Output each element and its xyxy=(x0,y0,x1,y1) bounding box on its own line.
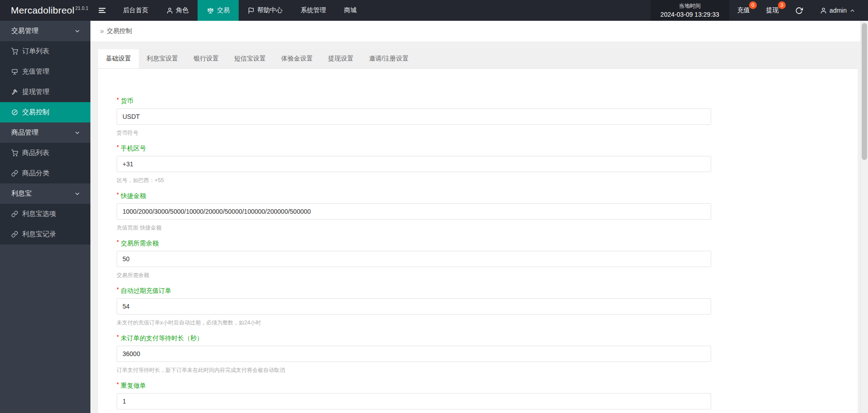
sidebar: 交易管理 订单列表 充值管理 提现管理 交 xyxy=(0,21,90,413)
sidebar-item-withdraw-mgmt-label: 提现管理 xyxy=(22,88,49,96)
auto-expire-order-input[interactable] xyxy=(117,298,711,314)
nav-item-roles-label: 角色 xyxy=(176,6,189,14)
phone-code-label: 手机区号 xyxy=(121,145,146,153)
sidebar-group-goods[interactable]: 商品管理 xyxy=(0,122,90,143)
nav-item-mall-label: 商城 xyxy=(344,6,357,14)
chevron-down-icon xyxy=(74,130,80,136)
field-label: * 货币 xyxy=(117,97,858,106)
sidebar-item-goods-category[interactable]: 商品分类 xyxy=(0,163,90,183)
settings-card: 基础设置 利息宝设置 银行设置 短信宝设置 体验金设置 提现设置 邀请/注册设置… xyxy=(98,49,858,413)
breadcrumb: » 交易控制 xyxy=(90,21,860,42)
currency-help: 货币符号 xyxy=(117,130,858,136)
pay-wait-seconds-help: 订单支付等待时长，新下订单未在此时间内容完成支付将会被自动取消 xyxy=(117,367,858,374)
sidebar-item-lixibao-records-label: 利息宝记录 xyxy=(22,230,56,239)
field-label: * 自动过期充值订单 xyxy=(117,286,858,296)
pay-wait-seconds-input[interactable] xyxy=(117,346,711,362)
app-logo: Mercadolibreol21.0.1 xyxy=(11,5,89,16)
phone-code-input[interactable] xyxy=(117,156,711,172)
nav-item-system[interactable]: 系统管理 xyxy=(292,0,335,21)
nav-item-help-center[interactable]: 帮助中心 xyxy=(239,0,292,21)
nav-item-home[interactable]: 后台首页 xyxy=(114,0,157,21)
phone-code-help: 区号，如巴西：+55 xyxy=(117,177,858,184)
tab-invite-register-settings[interactable]: 邀请/注册设置 xyxy=(361,49,416,68)
top-navbar: Mercadolibreol21.0.1 后台首页 角色 交易 帮助 xyxy=(0,0,868,21)
required-marker: * xyxy=(117,381,119,388)
tab-basic-settings[interactable]: 基础设置 xyxy=(98,49,139,68)
auto-expire-order-label: 自动过期充值订单 xyxy=(121,287,171,295)
board-icon xyxy=(11,68,18,75)
sidebar-item-order-list[interactable]: 订单列表 xyxy=(0,41,90,61)
refresh-button[interactable] xyxy=(787,0,811,21)
field-label: * 快捷金额 xyxy=(117,192,858,201)
gauge-icon xyxy=(11,109,18,116)
scrollbar-thumb[interactable] xyxy=(862,23,867,160)
quick-amounts-label: 快捷金额 xyxy=(121,192,146,200)
form-group-currency: * 货币 货币符号 xyxy=(117,97,858,136)
sidebar-item-trade-control[interactable]: 交易控制 xyxy=(0,102,90,122)
sidebar-item-recharge-mgmt[interactable]: 充值管理 xyxy=(0,61,90,82)
repeat-order-label: 重复做单 xyxy=(121,382,146,390)
quick-amounts-help: 充值页面 快捷金额 xyxy=(117,225,858,231)
repeat-order-input[interactable] xyxy=(117,393,711,409)
required-marker: * xyxy=(117,144,119,150)
main-content: » 交易控制 基础设置 利息宝设置 银行设置 短信宝设置 体验金设置 提现设置 … xyxy=(90,21,860,413)
sidebar-item-withdraw-mgmt[interactable]: 提现管理 xyxy=(0,82,90,102)
scales-icon xyxy=(207,7,214,14)
tab-bank-settings[interactable]: 银行设置 xyxy=(186,49,226,68)
user-icon xyxy=(166,7,173,14)
sidebar-group-lixibao[interactable]: 利息宝 xyxy=(0,183,90,204)
sidebar-item-lixibao-records[interactable]: 利息宝记录 xyxy=(0,224,90,244)
required-marker: * xyxy=(117,191,119,198)
currency-label: 货币 xyxy=(121,97,133,105)
currency-input[interactable] xyxy=(117,108,711,125)
required-balance-help: 交易所需余额 xyxy=(117,272,858,279)
recharge-shortcut[interactable]: 充值 0 xyxy=(729,0,758,21)
form-group-required-balance: * 交易所需余额 交易所需余额 xyxy=(117,239,858,279)
quick-amounts-input[interactable] xyxy=(117,203,711,220)
field-label: * 手机区号 xyxy=(117,144,858,153)
link-icon xyxy=(11,170,18,177)
recharge-label: 充值 xyxy=(737,6,750,14)
required-balance-input[interactable] xyxy=(117,251,711,267)
nav-item-trade-label: 交易 xyxy=(217,6,230,14)
auto-expire-order-help: 未支付的充值订单x小时后自动过期，必须为整数，如24小时 xyxy=(117,319,858,326)
tab-lixibao-settings[interactable]: 利息宝设置 xyxy=(139,49,186,68)
chevron-up-icon xyxy=(849,8,855,14)
tab-trial-fund-settings[interactable]: 体验金设置 xyxy=(274,49,321,68)
sidebar-collapse-button[interactable] xyxy=(90,0,114,21)
nav-item-trade[interactable]: 交易 xyxy=(198,0,239,21)
version-label: 21.0.1 xyxy=(75,6,89,11)
required-balance-label: 交易所需余额 xyxy=(121,239,159,248)
cart-icon xyxy=(11,150,18,156)
breadcrumb-current: 交易控制 xyxy=(107,27,132,35)
nav-item-mall[interactable]: 商城 xyxy=(335,0,366,21)
local-time-label: 当地时间 xyxy=(679,2,701,10)
username-label: admin xyxy=(830,7,847,14)
sidebar-group-trade[interactable]: 交易管理 xyxy=(0,21,90,41)
breadcrumb-separator-icon: » xyxy=(100,27,104,35)
link-icon xyxy=(11,211,18,217)
tab-sms-settings[interactable]: 短信宝设置 xyxy=(226,49,274,68)
nav-item-help-label: 帮助中心 xyxy=(257,6,283,14)
sidebar-item-lixibao-options[interactable]: 利息宝选项 xyxy=(0,204,90,224)
required-marker: * xyxy=(117,286,119,293)
chevron-down-icon xyxy=(74,28,80,34)
nav-item-roles[interactable]: 角色 xyxy=(157,0,198,21)
flag-icon xyxy=(248,7,255,14)
link-icon xyxy=(11,231,18,238)
sidebar-item-recharge-mgmt-label: 充值管理 xyxy=(22,67,49,76)
gavel-icon xyxy=(11,89,18,95)
scrollbar[interactable] xyxy=(860,21,868,413)
form-group-phone-code: * 手机区号 区号，如巴西：+55 xyxy=(117,144,858,184)
user-menu[interactable]: admin xyxy=(811,0,868,21)
sidebar-item-goods-list[interactable]: 商品列表 xyxy=(0,143,90,163)
admin-user-icon xyxy=(820,7,827,14)
chevron-down-icon xyxy=(74,191,80,197)
local-time-value: 2024-03-09 13:29:33 xyxy=(660,10,719,19)
withdraw-shortcut[interactable]: 提现 3 xyxy=(758,0,787,21)
sidebar-item-trade-control-label: 交易控制 xyxy=(22,108,49,117)
pay-wait-seconds-label: 未订单的支付等待时长（秒） xyxy=(121,334,203,343)
tab-withdraw-settings[interactable]: 提现设置 xyxy=(321,49,361,68)
settings-tabs: 基础设置 利息宝设置 银行设置 短信宝设置 体验金设置 提现设置 邀请/注册设置 xyxy=(98,49,858,69)
field-label: * 重复做单 xyxy=(117,381,858,390)
